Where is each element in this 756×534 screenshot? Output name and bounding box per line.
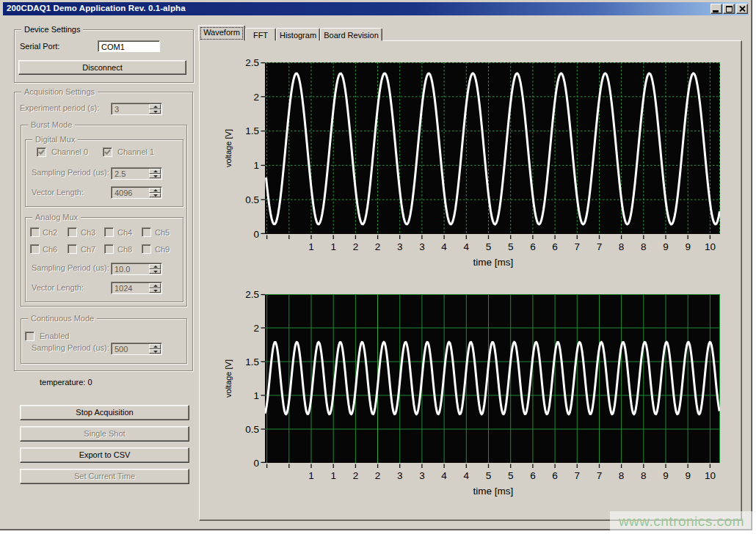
- svg-text:4: 4: [464, 470, 470, 481]
- svg-text:6: 6: [552, 470, 558, 481]
- svg-text:2: 2: [253, 92, 259, 103]
- svg-text:1: 1: [330, 241, 336, 252]
- svg-text:2: 2: [375, 241, 381, 252]
- svg-text:0: 0: [253, 458, 259, 469]
- svg-text:8: 8: [641, 470, 647, 481]
- svg-text:5: 5: [486, 241, 492, 252]
- svg-text:1.5: 1.5: [245, 356, 259, 367]
- svg-text:3: 3: [419, 470, 425, 481]
- svg-text:8: 8: [619, 241, 625, 252]
- svg-text:1: 1: [308, 470, 314, 481]
- svg-text:9: 9: [663, 470, 669, 481]
- svg-text:2.5: 2.5: [245, 289, 259, 300]
- svg-text:6: 6: [530, 470, 536, 481]
- svg-text:3: 3: [397, 470, 403, 481]
- svg-text:1: 1: [308, 241, 314, 252]
- svg-text:4: 4: [441, 241, 447, 252]
- svg-text:0.5: 0.5: [245, 194, 259, 205]
- svg-text:1: 1: [330, 470, 336, 481]
- svg-text:8: 8: [641, 241, 647, 252]
- svg-text:5: 5: [508, 470, 514, 481]
- svg-text:9: 9: [663, 241, 669, 252]
- svg-text:2.5: 2.5: [245, 57, 259, 68]
- svg-text:9: 9: [685, 470, 691, 481]
- svg-text:1.5: 1.5: [245, 125, 259, 136]
- svg-text:voltage [V]: voltage [V]: [224, 129, 233, 167]
- svg-text:7: 7: [575, 241, 581, 252]
- svg-text:5: 5: [508, 241, 514, 252]
- svg-text:1: 1: [253, 160, 259, 171]
- svg-text:time [ms]: time [ms]: [473, 486, 514, 497]
- svg-text:4: 4: [441, 470, 447, 481]
- svg-text:voltage [V]: voltage [V]: [224, 359, 233, 398]
- svg-text:7: 7: [575, 470, 581, 481]
- svg-text:9: 9: [685, 241, 691, 252]
- svg-text:5: 5: [486, 470, 492, 481]
- svg-text:2: 2: [353, 470, 359, 481]
- svg-text:10: 10: [705, 470, 716, 481]
- svg-text:8: 8: [619, 470, 625, 481]
- svg-text:10: 10: [705, 241, 716, 252]
- svg-text:6: 6: [552, 241, 558, 252]
- svg-text:4: 4: [464, 241, 470, 252]
- svg-text:0.5: 0.5: [245, 424, 259, 435]
- svg-text:2: 2: [353, 241, 359, 252]
- svg-text:7: 7: [597, 470, 603, 481]
- svg-text:1: 1: [253, 390, 259, 401]
- svg-text:2: 2: [253, 323, 259, 334]
- svg-text:0: 0: [253, 229, 259, 240]
- svg-text:6: 6: [530, 241, 536, 252]
- svg-text:7: 7: [597, 241, 603, 252]
- svg-text:3: 3: [397, 241, 403, 252]
- svg-text:3: 3: [419, 241, 425, 252]
- svg-text:2: 2: [375, 470, 381, 481]
- svg-text:time [ms]: time [ms]: [473, 257, 514, 268]
